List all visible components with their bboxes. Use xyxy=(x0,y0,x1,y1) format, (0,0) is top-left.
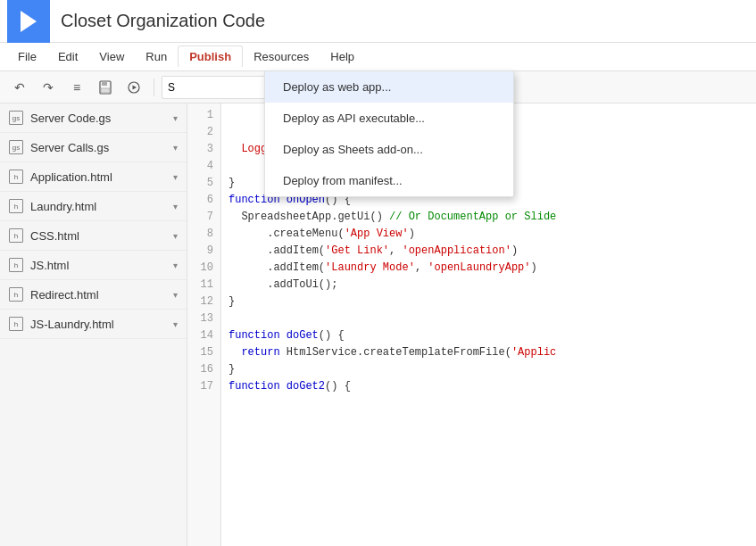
sidebar-item-redirect-html[interactable]: h Redirect.html ▾ xyxy=(0,280,187,310)
menu-publish[interactable]: Publish xyxy=(178,46,243,68)
chevron-down-icon: ▾ xyxy=(173,319,178,329)
line-num-17: 17 xyxy=(187,378,220,395)
save-icon xyxy=(98,80,112,95)
project-title: Closet Organization Code xyxy=(61,11,265,31)
code-line-7: SpreadsheetApp.getUi() // Or DocumentApp… xyxy=(228,209,749,226)
line-num-3: 3 xyxy=(187,141,220,158)
sidebar-label: Laundry.html xyxy=(30,200,173,213)
deploy-api-item[interactable]: Deploy as API executable... xyxy=(265,103,513,134)
code-line-12: } xyxy=(228,294,749,310)
line-num-11: 11 xyxy=(187,277,220,294)
code-line-17: function doGet2() { xyxy=(228,378,749,395)
menu-help[interactable]: Help xyxy=(320,46,365,67)
file-icon: h xyxy=(9,258,23,272)
line-num-2: 2 xyxy=(187,124,220,141)
format-button[interactable]: ≡ xyxy=(64,75,89,100)
chevron-down-icon: ▾ xyxy=(173,290,178,300)
code-line-10: .addItem('Laundry Mode', 'openLaundryApp… xyxy=(228,260,749,277)
logo-box xyxy=(7,0,50,43)
chevron-down-icon: ▾ xyxy=(173,231,178,241)
sidebar-label: Redirect.html xyxy=(30,288,173,302)
menu-file[interactable]: File xyxy=(7,46,47,67)
save-button[interactable] xyxy=(93,75,118,100)
file-icon: h xyxy=(9,287,23,302)
deploy-manifest-item[interactable]: Deploy from manifest... xyxy=(265,165,513,196)
chevron-down-icon: ▾ xyxy=(173,261,178,270)
line-num-13: 13 xyxy=(187,310,220,327)
line-num-8: 8 xyxy=(187,226,220,243)
chevron-down-icon: ▾ xyxy=(173,202,178,211)
file-sidebar: gs Server Code.gs ▾ gs Server Calls.gs ▾… xyxy=(0,103,187,546)
file-icon: h xyxy=(9,170,23,184)
line-num-10: 10 xyxy=(187,260,220,277)
chevron-down-icon: ▾ xyxy=(173,172,178,182)
publish-dropdown: Deploy as web app... Deploy as API execu… xyxy=(264,70,514,197)
line-num-5: 5 xyxy=(187,175,220,192)
sidebar-item-server-calls[interactable]: gs Server Calls.gs ▾ xyxy=(0,133,187,162)
file-icon: gs xyxy=(9,140,23,154)
line-num-9: 9 xyxy=(187,243,220,260)
menu-resources[interactable]: Resources xyxy=(243,46,320,67)
redo-button[interactable]: ↷ xyxy=(36,75,61,100)
sidebar-item-application-html[interactable]: h Application.html ▾ xyxy=(0,162,187,192)
code-line-13 xyxy=(228,310,749,327)
menu-run[interactable]: Run xyxy=(135,46,178,67)
sidebar-item-laundry-html[interactable]: h Laundry.html ▾ xyxy=(0,192,187,221)
sidebar-label: Application.html xyxy=(30,170,173,184)
line-num-12: 12 xyxy=(187,294,220,310)
sidebar-item-js-html[interactable]: h JS.html ▾ xyxy=(0,251,187,280)
code-line-11: .addToUi(); xyxy=(228,277,749,294)
line-num-14: 14 xyxy=(187,327,220,344)
svg-rect-1 xyxy=(102,81,107,86)
line-num-1: 1 xyxy=(187,107,220,124)
svg-rect-2 xyxy=(101,88,110,93)
code-line-15: return HtmlService.createTemplateFromFil… xyxy=(228,344,749,361)
sidebar-label: JS.html xyxy=(30,259,173,272)
run-icon xyxy=(127,80,141,95)
sidebar-label: Server Calls.gs xyxy=(30,141,173,154)
deploy-web-app-item[interactable]: Deploy as web app... xyxy=(265,71,513,103)
top-bar: Closet Organization Code xyxy=(0,0,756,43)
menu-view[interactable]: View xyxy=(88,46,135,67)
chevron-down-icon: ▾ xyxy=(173,143,178,153)
sidebar-item-server-code[interactable]: gs Server Code.gs ▾ xyxy=(0,103,187,133)
code-line-14: function doGet() { xyxy=(228,327,749,344)
menu-bar: File Edit View Run Publish Resources Hel… xyxy=(0,43,756,71)
line-num-6: 6 xyxy=(187,192,220,209)
sidebar-item-css-html[interactable]: h CSS.html ▾ xyxy=(0,221,187,251)
sidebar-item-js-laundry-html[interactable]: h JS-Laundry.html ▾ xyxy=(0,310,187,339)
sidebar-label: JS-Laundry.html xyxy=(30,318,173,331)
toolbar-separator xyxy=(154,79,154,96)
code-line-16: } xyxy=(228,361,749,378)
logo-icon xyxy=(21,11,37,32)
line-numbers: 1 2 3 4 5 6 7 8 9 10 11 12 13 14 15 16 1… xyxy=(187,103,221,546)
chevron-down-icon: ▾ xyxy=(173,113,178,123)
code-line-9: .addItem('Get Link', 'openApplication') xyxy=(228,243,749,260)
line-num-15: 15 xyxy=(187,344,220,361)
line-num-4: 4 xyxy=(187,158,220,175)
file-icon: h xyxy=(9,228,23,243)
sidebar-label: Server Code.gs xyxy=(30,112,173,125)
sidebar-label: CSS.html xyxy=(30,229,173,243)
file-icon: gs xyxy=(9,111,23,125)
file-icon: h xyxy=(9,199,23,213)
line-num-16: 16 xyxy=(187,361,220,378)
code-line-8: .createMenu('App View') xyxy=(228,226,749,243)
line-num-7: 7 xyxy=(187,209,220,226)
run-button[interactable] xyxy=(121,75,146,100)
deploy-sheets-item[interactable]: Deploy as Sheets add-on... xyxy=(265,134,513,165)
undo-button[interactable]: ↶ xyxy=(7,75,32,100)
file-icon: h xyxy=(9,317,23,331)
menu-edit[interactable]: Edit xyxy=(47,46,88,67)
